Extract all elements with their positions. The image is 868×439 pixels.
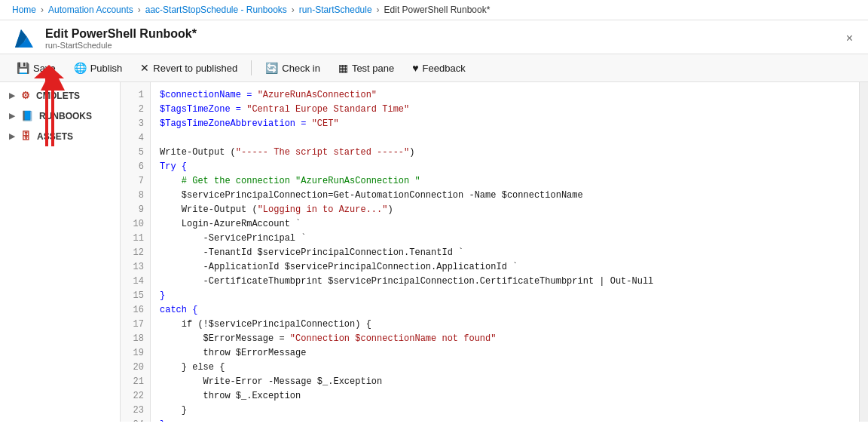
azure-logo [12, 26, 36, 51]
code-line: } [160, 418, 850, 422]
save-button[interactable]: 💾 Save [9, 59, 63, 77]
page-header: Edit PowerShell Runbook* run-StartSchedu… [0, 20, 868, 54]
breadcrumb-current: Edit PowerShell Runbook* [384, 5, 491, 15]
runbooks-icon: 📘 [21, 110, 33, 121]
revert-icon: ✕ [140, 62, 149, 74]
main-layout: ▶ ⚙ CMDLETS ▶ 📘 RUNBOOKS ▶ 🗄 ASSETS [0, 82, 868, 422]
feedback-icon: ♥ [412, 62, 418, 74]
code-line: if (!$servicePrincipalConnection) { [160, 318, 850, 332]
cmdlets-icon: ⚙ [21, 90, 30, 101]
code-line: -TenantId $servicePrincipalConnection.Te… [160, 246, 850, 260]
breadcrumb-home[interactable]: Home [12, 5, 36, 15]
page-subtitle: run-StartSchedule [45, 41, 197, 50]
code-line: # Get the connection "AzureRunAsConnecti… [160, 174, 850, 189]
chevron-right-icon: ▶ [9, 91, 15, 100]
code-line: throw $ErrorMessage [160, 346, 850, 361]
breadcrumb: Home › Automation Accounts › aac-StartSt… [0, 0, 868, 20]
editor-wrapper: 1234567891011121314151617181920212223242… [121, 82, 868, 422]
code-line: $ErrorMessage = "Connection $connectionN… [160, 332, 850, 346]
code-line: $TagsTimeZoneAbbreviation = "CET" [160, 117, 850, 131]
assets-label: ASSETS [37, 131, 73, 142]
code-line: Write-Error -Message $_.Exception [160, 375, 850, 389]
editor-area[interactable]: 1234567891011121314151617181920212223242… [121, 82, 859, 422]
assets-icon: 🗄 [21, 130, 31, 142]
line-numbers: 1234567891011121314151617181920212223242… [121, 82, 151, 422]
breadcrumb-run-startschedule[interactable]: run-StartSchedule [299, 5, 372, 15]
code-line: Write-Output ("Logging in to Azure...") [160, 203, 850, 217]
toolbar-separator [251, 60, 252, 75]
toolbar: 💾 Save 🌐 Publish ✕ Revert to published 🔄… [0, 54, 868, 82]
checkin-icon: 🔄 [265, 62, 278, 74]
publish-icon: 🌐 [74, 62, 87, 74]
cmdlets-label: CMDLETS [36, 91, 80, 101]
breadcrumb-automation-accounts[interactable]: Automation Accounts [48, 5, 133, 15]
runbooks-label: RUNBOOKS [39, 111, 92, 121]
code-line: } else { [160, 361, 850, 375]
code-line: throw $_.Exception [160, 389, 850, 404]
save-icon: 💾 [17, 62, 29, 74]
page-title: Edit PowerShell Runbook* [45, 27, 197, 41]
breadcrumb-runbooks[interactable]: aac-StartStopSchedule - Runbooks [145, 5, 287, 15]
code-line: -ApplicationId $servicePrincipalConnecti… [160, 260, 850, 275]
code-line: $servicePrincipalConnection=Get-Automati… [160, 189, 850, 203]
chevron-right-icon-assets: ▶ [9, 132, 15, 140]
code-line: } [160, 289, 850, 303]
code-line: Write-Output ("----- The script started … [160, 146, 850, 160]
close-button[interactable]: × [843, 29, 856, 48]
code-line: $TagsTimeZone = "Central Europe Standard… [160, 103, 850, 117]
sidebar-item-assets[interactable]: ▶ 🗄 ASSETS [0, 126, 120, 146]
sidebar: ▶ ⚙ CMDLETS ▶ 📘 RUNBOOKS ▶ 🗄 ASSETS [0, 82, 121, 422]
testpane-icon: ▦ [338, 62, 348, 74]
scrollbar-vertical[interactable] [859, 82, 868, 422]
code-line: $connectionName = "AzureRunAsConnection" [160, 88, 850, 103]
testpane-button[interactable]: ▦ Test pane [331, 59, 402, 77]
code-line: -ServicePrincipal ` [160, 232, 850, 246]
code-line: } [160, 404, 850, 418]
code-line: -CertificateThumbprint $servicePrincipal… [160, 275, 850, 289]
code-content[interactable]: $connectionName = "AzureRunAsConnection"… [151, 82, 859, 422]
code-line [160, 131, 850, 146]
sidebar-item-runbooks[interactable]: ▶ 📘 RUNBOOKS [0, 106, 120, 126]
checkin-button[interactable]: 🔄 Check in [258, 59, 328, 77]
code-line: catch { [160, 303, 850, 318]
chevron-right-icon-runbooks: ▶ [9, 112, 15, 120]
revert-button[interactable]: ✕ Revert to published [133, 59, 245, 77]
publish-button[interactable]: 🌐 Publish [66, 59, 130, 77]
sidebar-item-cmdlets[interactable]: ▶ ⚙ CMDLETS [0, 85, 120, 106]
code-line: Try { [160, 160, 850, 174]
feedback-button[interactable]: ♥ Feedback [405, 59, 472, 77]
code-line: Login-AzureRmAccount ` [160, 217, 850, 232]
